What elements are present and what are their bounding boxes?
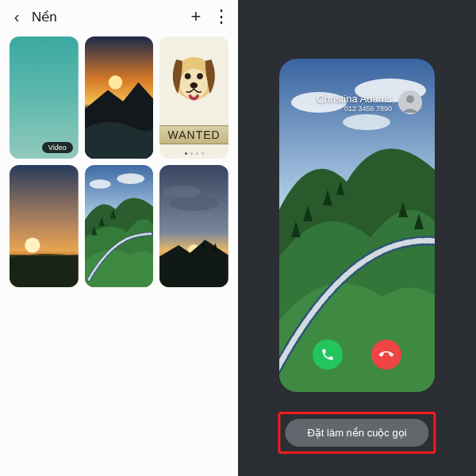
back-icon[interactable]: ‹: [6, 6, 27, 27]
svg-point-13: [89, 179, 110, 189]
svg-point-8: [190, 83, 198, 89]
call-buttons: [279, 340, 435, 370]
header-bar: ‹ Nền + ⋮: [0, 0, 238, 33]
call-preview-screen: Christina Adams 012 3456 7890 Đặt làm nề…: [238, 0, 476, 476]
caller-number: 012 3456 7890: [292, 105, 392, 113]
more-icon[interactable]: ⋮: [211, 6, 232, 27]
background-picker-screen: ‹ Nền + ⋮ Video: [0, 0, 238, 476]
add-icon[interactable]: +: [186, 6, 206, 27]
wallpaper-thumb-cloudy-sunset[interactable]: [159, 165, 228, 287]
video-badge: Video: [42, 142, 73, 153]
svg-point-10: [25, 238, 40, 253]
svg-point-14: [117, 174, 144, 184]
accept-call-button[interactable]: [313, 340, 343, 370]
decline-call-button[interactable]: [371, 340, 401, 370]
page-dots: [159, 152, 228, 155]
svg-rect-0: [10, 36, 79, 159]
wallpaper-thumb-dog-wanted[interactable]: WANTED: [159, 36, 228, 159]
page-title: Nền: [32, 9, 181, 25]
set-as-call-background-button[interactable]: Đặt làm nền cuộc gọi: [285, 419, 428, 447]
svg-point-22: [343, 114, 390, 130]
wallpaper-grid: Video: [0, 33, 238, 290]
wallpaper-thumb-train-landscape[interactable]: [85, 165, 154, 287]
svg-point-17: [163, 186, 202, 198]
svg-rect-11: [10, 255, 79, 287]
caller-avatar: [398, 90, 422, 114]
svg-point-2: [109, 75, 122, 89]
wallpaper-thumb-sunset-coast[interactable]: [85, 36, 154, 159]
svg-point-24: [406, 95, 414, 103]
caller-name: Christina Adams: [292, 93, 392, 105]
svg-point-16: [170, 196, 219, 211]
wallpaper-thumb-gradient[interactable]: Video: [10, 36, 79, 159]
svg-point-6: [185, 73, 191, 79]
call-preview: Christina Adams 012 3456 7890: [279, 59, 435, 392]
svg-point-7: [198, 73, 204, 79]
caller-info: Christina Adams 012 3456 7890: [292, 90, 422, 114]
wallpaper-thumb-plain-sunset[interactable]: [10, 165, 79, 287]
wanted-label: WANTED: [159, 125, 228, 144]
set-button-highlight: Đặt làm nền cuộc gọi: [278, 412, 436, 454]
